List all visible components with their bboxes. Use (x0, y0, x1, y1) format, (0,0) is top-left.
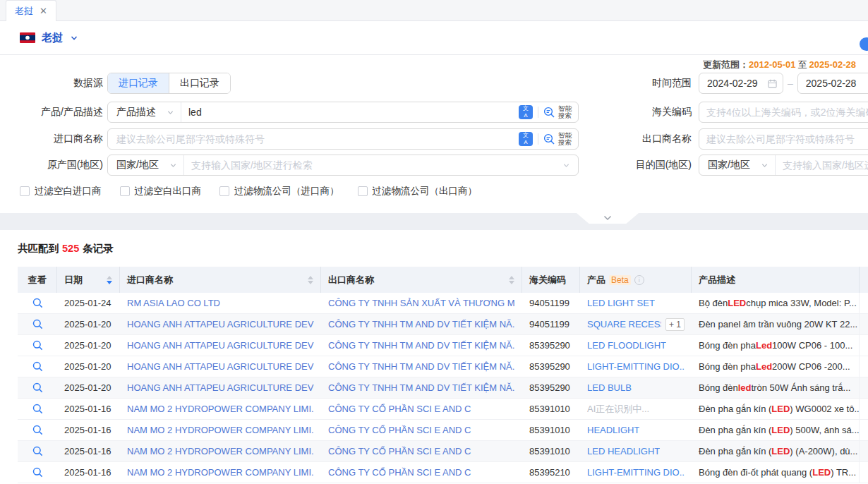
destination-select[interactable]: 国家/地区 (699, 159, 775, 171)
chevron-down-icon (170, 162, 176, 169)
smart-search-line2: 搜索 (558, 112, 572, 119)
view-record-button[interactable] (18, 356, 57, 377)
cut-cell (860, 377, 868, 398)
cut-cell (860, 399, 868, 419)
magnifier-icon (32, 340, 43, 351)
destination-select-value: 国家/地区 (708, 159, 750, 171)
product-link[interactable]: LED FLOODLIGHT (587, 340, 666, 351)
sort-icon[interactable] (101, 276, 112, 284)
sort-icon[interactable] (503, 276, 514, 284)
view-record-button[interactable] (18, 420, 57, 440)
magnifier-icon (32, 425, 43, 435)
importer-link[interactable]: NAM MO 2 HYDROPOWER COMPANY LIMI... (127, 467, 314, 478)
column-date[interactable]: 日期 (57, 267, 120, 293)
record-date: 2025-01-16 (57, 441, 120, 461)
view-record-button[interactable] (18, 462, 57, 483)
checkbox-label: 过滤物流公司（进口商） (234, 185, 339, 198)
collapse-filters-button[interactable] (577, 213, 639, 224)
view-record-button[interactable] (18, 399, 57, 419)
checkbox[interactable] (219, 186, 229, 196)
chevron-down-icon (603, 215, 612, 221)
exporter-link[interactable]: CÔNG TY TNHH TM AND DV TIẾT KIỆM NĂ... (328, 382, 515, 393)
date-to-input[interactable]: 2025-02-28 (797, 73, 868, 94)
product-field-select[interactable]: 产品描述 (108, 106, 181, 119)
view-record-button[interactable] (18, 335, 57, 356)
export-records-button[interactable]: 出口记录 (169, 73, 230, 93)
importer-input[interactable] (108, 129, 519, 149)
exporter-link[interactable]: CÔNG TY CỔ PHẦN SCI E AND C (328, 467, 471, 478)
exporter-link[interactable]: CÔNG TY TNHH TM AND DV TIẾT KIỆM NĂ... (328, 361, 515, 372)
translate-icon[interactable]: 文A (519, 132, 533, 146)
view-record-button[interactable] (18, 441, 57, 461)
record-date: 2025-01-20 (57, 335, 120, 356)
view-record-button[interactable] (18, 314, 57, 334)
importer-link[interactable]: HOANG ANH ATTAPEU AGRICULTURE DEVE... (127, 340, 314, 351)
importer-cell: NAM MO 2 HYDROPOWER COMPANY LIMI... (120, 462, 321, 483)
exporter-link[interactable]: CÔNG TY CỔ PHẦN SCI E AND C (328, 404, 471, 414)
results-summary: 共匹配到525条记录 (18, 242, 114, 255)
product-cell: LED HEADLIGHT (580, 441, 692, 461)
importer-link[interactable]: RM ASIA LAO CO LTD (127, 298, 220, 308)
calendar-icon (768, 79, 777, 88)
importer-link[interactable]: HOANG ANH ATTAPEU AGRICULTURE DEVE... (127, 319, 314, 329)
view-record-button[interactable] (18, 377, 57, 398)
filter-panel: 更新范围：2012-05-01至2025-02-28 数据源 进口记录 出口记录… (0, 55, 868, 213)
checkbox[interactable] (20, 186, 30, 196)
importer-link[interactable]: NAM MO 2 HYDROPOWER COMPANY LIMI... (127, 446, 314, 456)
checkbox-filter-logistics-exporter[interactable]: 过滤物流公司（出口商） (358, 185, 478, 198)
smart-search-button[interactable]: 智能搜索 (543, 105, 578, 119)
exporter-link[interactable]: CÔNG TY TNHH TM AND DV TIẾT KIỆM NĂ... (328, 340, 515, 351)
view-record-button[interactable] (18, 293, 57, 313)
checkbox-filter-logistics-importer[interactable]: 过滤物流公司（进口商） (219, 185, 339, 198)
exporter-link[interactable]: CÔNG TY CỔ PHẦN SCI E AND C (328, 446, 471, 456)
product-cell: AI正在识别中... (580, 399, 692, 419)
origin-country-input[interactable] (184, 155, 559, 175)
product-link[interactable]: AI正在识别中... (587, 403, 649, 416)
laos-flag-icon (20, 32, 35, 43)
help-float-button[interactable] (860, 37, 868, 51)
product-link[interactable]: SQUARE RECESS... (587, 319, 661, 329)
product-link[interactable]: LED HEADLIGHT (587, 446, 660, 456)
checkbox-filter-blank-importer[interactable]: 过滤空白进口商 (20, 185, 102, 198)
destination-country-input[interactable] (776, 155, 868, 175)
exporter-input[interactable] (699, 129, 868, 149)
product-link[interactable]: LED LIGHT SET (587, 298, 655, 308)
translate-icon[interactable]: 文A (519, 105, 533, 119)
checkbox[interactable] (358, 186, 368, 196)
checkbox-filter-blank-exporter[interactable]: 过滤空白出口商 (120, 185, 202, 198)
product-link[interactable]: LIGHT-EMITTING DIO... (587, 361, 685, 372)
exporter-link[interactable]: CÔNG TY CỔ PHẦN SCI E AND C (328, 425, 471, 435)
smart-search-button[interactable]: 智能搜索 (543, 132, 578, 146)
importer-link[interactable]: NAM MO 2 HYDROPOWER COMPANY LIMI... (127, 404, 314, 414)
close-icon[interactable]: ✕ (40, 6, 47, 16)
column-importer[interactable]: 进口商名称 (120, 267, 321, 293)
date-from-input[interactable]: 2024-02-29 (699, 73, 783, 94)
chevron-down-icon[interactable] (71, 35, 78, 42)
exporter-link[interactable]: CÔNG TY TNHH TM AND DV TIẾT KIỆM NĂ... (328, 319, 515, 329)
sort-icon[interactable] (302, 276, 313, 284)
exporter-link[interactable]: CÔNG TY TNHH SẢN XUẤT VÀ THƯƠNG M... (328, 298, 515, 308)
column-product: 产品 Beta i (580, 267, 692, 293)
column-description: 产品描述 (692, 267, 860, 293)
import-records-button[interactable]: 进口记录 (108, 73, 169, 93)
product-link[interactable]: LED BULB (587, 382, 632, 393)
importer-link[interactable]: HOANG ANH ATTAPEU AGRICULTURE DEVE... (127, 382, 314, 393)
importer-link[interactable]: NAM MO 2 HYDROPOWER COMPANY LIMI... (127, 425, 314, 435)
product-link[interactable]: LIGHT-EMITTING DIO... (587, 467, 685, 478)
hs-code-cell: 85391010 (522, 441, 580, 461)
origin-select[interactable]: 国家/地区 (108, 159, 183, 171)
product-link[interactable]: HEADLIGHT (587, 425, 639, 435)
more-products-badge[interactable]: + 1 (665, 318, 685, 331)
date-range-separator: – (788, 78, 793, 89)
column-exporter[interactable]: 出口商名称 (321, 267, 522, 293)
hs-code-input[interactable] (699, 102, 868, 122)
product-search-input[interactable] (181, 102, 519, 122)
info-icon[interactable]: i (634, 275, 644, 285)
checkbox[interactable] (120, 186, 130, 196)
exporter-label: 出口商名称 (579, 133, 692, 145)
tab-laos[interactable]: 老挝 ✕ (6, 0, 56, 21)
update-range-to-word: 至 (796, 59, 809, 70)
importer-link[interactable]: HOANG ANH ATTAPEU AGRICULTURE DEVE... (127, 361, 314, 372)
hs-code-cell: 85391010 (522, 420, 580, 440)
origin-select-value: 国家/地区 (116, 159, 159, 171)
